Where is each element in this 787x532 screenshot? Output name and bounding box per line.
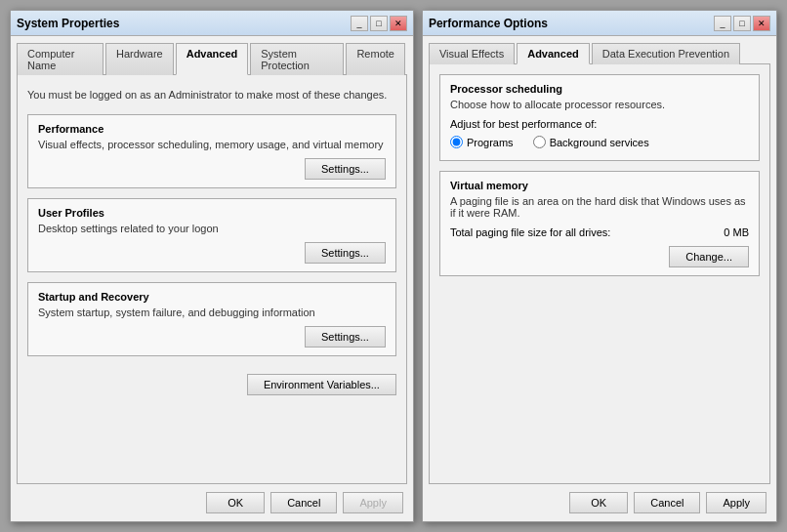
system-properties-title: System Properties [17, 17, 119, 30]
startup-recovery-desc: System startup, system failure, and debu… [38, 307, 386, 318]
user-profiles-title: User Profiles [38, 207, 386, 219]
startup-recovery-btn-row: Settings... [38, 326, 386, 348]
performance-options-titlebar: Performance Options _ □ ✕ [423, 11, 776, 36]
env-btn-row: Environment Variables... [27, 374, 396, 395]
titlebar-controls: _ □ ✕ [351, 16, 407, 31]
system-properties-tab-content: You must be logged on as an Administrato… [17, 74, 407, 484]
maximize-button[interactable]: □ [370, 16, 388, 31]
background-services-label: Background services [550, 137, 649, 148]
user-profiles-settings-button[interactable]: Settings... [305, 242, 386, 264]
processor-scheduling-radio-group: Programs Background services [450, 136, 749, 148]
performance-section: Performance Visual effects, processor sc… [27, 114, 396, 188]
user-profiles-desc: Desktop settings related to your logon [38, 223, 386, 234]
virtual-memory-title: Virtual memory [450, 180, 749, 191]
startup-recovery-settings-button[interactable]: Settings... [305, 326, 386, 348]
tab-po-advanced[interactable]: Advanced [517, 43, 590, 64]
sp-apply-button[interactable]: Apply [343, 492, 403, 513]
vm-size-row: Total paging file size for all drives: 0… [450, 226, 749, 238]
startup-recovery-title: Startup and Recovery [38, 291, 386, 303]
minimize-button[interactable]: _ [351, 16, 368, 31]
programs-radio-label[interactable]: Programs [450, 136, 514, 148]
virtual-memory-desc: A paging file is an area on the hard dis… [450, 195, 749, 219]
admin-info-text: You must be logged on as an Administrato… [27, 85, 396, 104]
po-minimize-button[interactable]: _ [714, 16, 731, 31]
user-profiles-btn-row: Settings... [38, 242, 386, 264]
background-services-radio-label[interactable]: Background services [533, 136, 649, 148]
environment-variables-button[interactable]: Environment Variables... [247, 374, 396, 395]
tab-system-protection[interactable]: System Protection [250, 43, 344, 75]
performance-btn-row: Settings... [38, 158, 386, 180]
po-close-button[interactable]: ✕ [753, 16, 770, 31]
system-properties-titlebar: System Properties _ □ ✕ [11, 11, 413, 36]
change-button[interactable]: Change... [669, 246, 749, 267]
system-properties-footer: OK Cancel Apply [11, 484, 413, 521]
tab-dep[interactable]: Data Execution Prevention [592, 43, 740, 64]
po-titlebar-controls: _ □ ✕ [714, 16, 770, 31]
processor-scheduling-title: Processor scheduling [450, 83, 749, 95]
close-button[interactable]: ✕ [390, 16, 407, 31]
adjust-label: Adjust for best performance of: [450, 118, 749, 130]
system-properties-dialog: System Properties _ □ ✕ Computer Name Ha… [10, 10, 414, 522]
po-apply-button[interactable]: Apply [706, 492, 766, 513]
performance-options-tabs: Visual Effects Advanced Data Execution P… [423, 36, 776, 63]
po-maximize-button[interactable]: □ [733, 16, 751, 31]
performance-options-dialog: Performance Options _ □ ✕ Visual Effects… [422, 10, 777, 522]
sp-ok-button[interactable]: OK [206, 492, 265, 513]
processor-scheduling-section: Processor scheduling Choose how to alloc… [439, 74, 760, 161]
background-services-radio[interactable] [533, 136, 546, 148]
po-ok-button[interactable]: OK [569, 492, 628, 513]
performance-settings-button[interactable]: Settings... [305, 158, 386, 180]
tab-remote[interactable]: Remote [346, 43, 405, 75]
system-properties-tabs: Computer Name Hardware Advanced System P… [11, 36, 413, 74]
po-cancel-button[interactable]: Cancel [634, 492, 700, 513]
sp-cancel-button[interactable]: Cancel [270, 492, 337, 513]
performance-options-tab-content: Processor scheduling Choose how to alloc… [429, 63, 770, 484]
vm-total-value: 0 MB [724, 226, 749, 238]
vm-btn-row: Change... [450, 246, 749, 267]
tab-computer-name[interactable]: Computer Name [17, 43, 104, 75]
processor-scheduling-desc: Choose how to allocate processor resourc… [450, 99, 749, 110]
performance-options-footer: OK Cancel Apply [423, 484, 776, 521]
performance-desc: Visual effects, processor scheduling, me… [38, 139, 386, 150]
tab-visual-effects[interactable]: Visual Effects [429, 43, 515, 64]
vm-total-label: Total paging file size for all drives: [450, 226, 610, 238]
virtual-memory-section: Virtual memory A paging file is an area … [439, 171, 760, 276]
performance-options-title: Performance Options [429, 17, 548, 30]
startup-recovery-section: Startup and Recovery System startup, sys… [27, 282, 396, 356]
tab-hardware[interactable]: Hardware [105, 43, 174, 75]
performance-title: Performance [38, 123, 386, 135]
user-profiles-section: User Profiles Desktop settings related t… [27, 198, 396, 272]
programs-radio[interactable] [450, 136, 463, 148]
tab-advanced[interactable]: Advanced [176, 43, 249, 75]
programs-label: Programs [467, 137, 514, 148]
